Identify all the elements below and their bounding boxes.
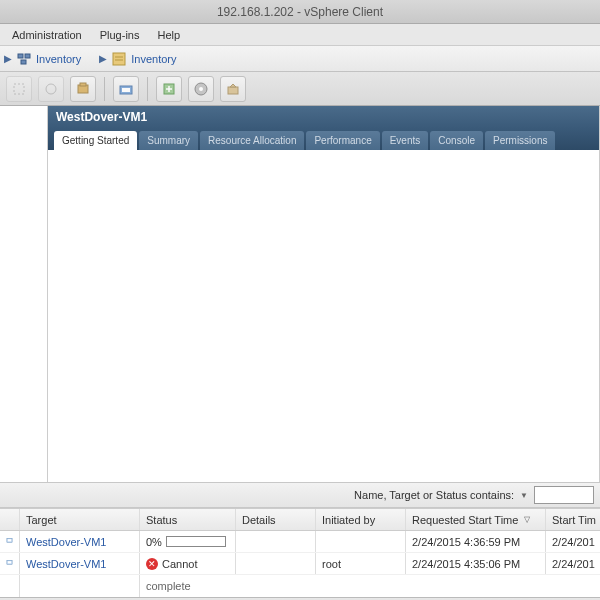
filter-label: Name, Target or Status contains:: [354, 489, 514, 501]
svg-rect-11: [122, 88, 130, 92]
toolbar-btn-2[interactable]: [38, 76, 64, 102]
toolbar-separator: [104, 77, 105, 101]
filter-bar: Name, Target or Status contains: ▼: [0, 482, 600, 508]
svg-rect-17: [8, 539, 12, 541]
sidebar: [0, 106, 48, 482]
tasks-header: Target Status Details Initiated by Reque…: [0, 509, 600, 531]
vm-icon: [6, 556, 13, 572]
toolbar: [0, 72, 600, 106]
tab-events[interactable]: Events: [382, 131, 429, 150]
svg-rect-19: [8, 561, 12, 563]
task-requested: 2/24/2015 4:36:59 PM: [406, 531, 546, 552]
tab-performance[interactable]: Performance: [306, 131, 379, 150]
window-title: 192.168.1.202 - vSphere Client: [0, 0, 600, 24]
toolbar-btn-3[interactable]: [70, 76, 96, 102]
svg-rect-9: [80, 83, 86, 86]
col-details[interactable]: Details: [236, 509, 316, 530]
col-start[interactable]: Start Tim: [546, 509, 600, 530]
task-details: [236, 531, 316, 552]
inventory-list-icon: [111, 51, 127, 67]
col-initiated[interactable]: Initiated by: [316, 509, 406, 530]
task-requested: 2/24/2015 4:35:06 PM: [406, 553, 546, 574]
task-target[interactable]: WestDover-VM1: [26, 558, 106, 570]
col-blank[interactable]: [0, 509, 20, 530]
task-row[interactable]: WestDover-VM1 ✕Cannot root 2/24/2015 4:3…: [0, 553, 600, 575]
main-area: WestDover-VM1 Getting Started Summary Re…: [0, 106, 600, 482]
tab-getting-started[interactable]: Getting Started: [54, 131, 137, 150]
progress-bar: [166, 536, 226, 547]
breadcrumb-inventory-1[interactable]: Inventory: [36, 53, 81, 65]
svg-point-14: [199, 87, 203, 91]
content-panel: WestDover-VM1 Getting Started Summary Re…: [48, 106, 600, 482]
tab-permissions[interactable]: Permissions: [485, 131, 555, 150]
chevron-right-icon: ▶: [4, 53, 12, 64]
toolbar-separator: [147, 77, 148, 101]
col-target[interactable]: Target: [20, 509, 140, 530]
filter-dropdown-icon[interactable]: ▼: [520, 491, 528, 500]
svg-point-7: [46, 84, 56, 94]
task-initiated: root: [316, 553, 406, 574]
toolbar-btn-1[interactable]: [6, 76, 32, 102]
tab-strip: Getting Started Summary Resource Allocat…: [48, 128, 599, 150]
tab-summary[interactable]: Summary: [139, 131, 198, 150]
task-start: 2/24/201: [546, 531, 600, 552]
menu-plugins[interactable]: Plug-ins: [92, 27, 148, 43]
svg-rect-2: [21, 60, 26, 64]
error-icon: ✕: [146, 558, 158, 570]
inventory-icon: [16, 51, 32, 67]
chevron-right-icon: ▶: [99, 53, 107, 64]
svg-rect-6: [14, 84, 24, 94]
task-target[interactable]: WestDover-VM1: [26, 536, 106, 548]
task-row-overflow: complete: [0, 575, 600, 597]
svg-rect-3: [113, 53, 125, 65]
task-details: [236, 553, 316, 574]
sort-desc-icon: ▽: [524, 515, 530, 524]
task-start: 2/24/201: [546, 553, 600, 574]
toolbar-btn-6[interactable]: [188, 76, 214, 102]
svg-rect-0: [18, 54, 23, 58]
host-title: WestDover-VM1: [48, 106, 599, 128]
breadcrumb: ▶ Inventory ▶ Inventory: [0, 46, 600, 72]
menu-administration[interactable]: Administration: [4, 27, 90, 43]
menubar: Administration Plug-ins Help: [0, 24, 600, 46]
toolbar-btn-7[interactable]: [220, 76, 246, 102]
svg-rect-15: [228, 87, 238, 94]
tab-content: [48, 150, 599, 482]
vm-icon: [6, 534, 13, 550]
tab-console[interactable]: Console: [430, 131, 483, 150]
svg-rect-1: [25, 54, 30, 58]
task-initiated: [316, 531, 406, 552]
tasks-panel: Target Status Details Initiated by Reque…: [0, 508, 600, 597]
task-percent: 0%: [146, 536, 162, 548]
menu-help[interactable]: Help: [149, 27, 188, 43]
toolbar-btn-5[interactable]: [156, 76, 182, 102]
task-status-text: Cannot: [162, 558, 197, 570]
col-status[interactable]: Status: [140, 509, 236, 530]
filter-input[interactable]: [534, 486, 594, 504]
task-row[interactable]: WestDover-VM1 0% 2/24/2015 4:36:59 PM 2/…: [0, 531, 600, 553]
breadcrumb-inventory-2[interactable]: Inventory: [131, 53, 176, 65]
toolbar-btn-4[interactable]: [113, 76, 139, 102]
tab-resource-allocation[interactable]: Resource Allocation: [200, 131, 304, 150]
col-requested[interactable]: Requested Start Time▽: [406, 509, 546, 530]
